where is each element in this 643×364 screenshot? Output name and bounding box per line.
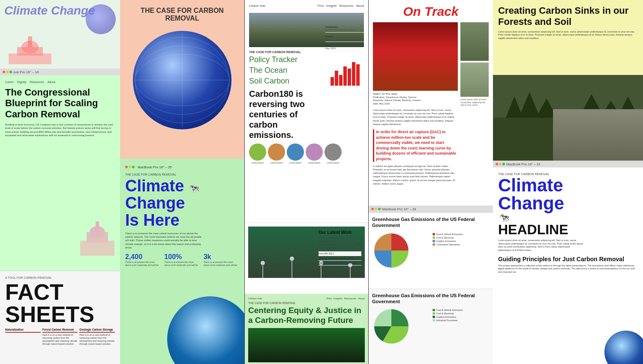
table-row-2[interactable]: Shipping Direct Air Capture Hubs bbox=[318, 256, 361, 261]
legend-dot-g4 bbox=[433, 319, 435, 322]
macbook-25-label: MacBook Pro 16" – 25 bbox=[138, 165, 172, 169]
nav-links: Print Insights Resources About bbox=[318, 4, 364, 7]
legend-dot-g2 bbox=[433, 312, 435, 315]
on-track-image bbox=[373, 22, 458, 91]
congressional-card: Lorem Dignity Resources About The Congre… bbox=[0, 75, 120, 271]
legend-label-2: Fuel & Electricity bbox=[436, 236, 454, 239]
turbine-pole-4 bbox=[350, 267, 351, 278]
minimize-dot bbox=[6, 71, 9, 73]
bar-1 bbox=[331, 77, 334, 86]
turbine-pole-2 bbox=[291, 261, 292, 278]
legend-g-4: Industrial Processes bbox=[433, 319, 490, 322]
latest-work-sidebar: Our Latest Work We are passionate carbon… bbox=[318, 230, 361, 266]
centering-title: Centering Equity & Justice in a Carbon-R… bbox=[248, 306, 365, 325]
legend-3: Fugitive Emissions bbox=[433, 240, 490, 242]
guiding-title: Guiding Principles for Just Carbon Remov… bbox=[498, 256, 638, 263]
table-row-1[interactable]: Form Bill 2021 bbox=[318, 251, 361, 256]
centering-sublabel: THE CASE FOR CARBON REMOVAL bbox=[248, 301, 365, 304]
cn-resources[interactable]: Resources bbox=[344, 297, 357, 300]
climate-bottom-layout: THE CASE FOR CARBON REMOVAL ClimateChang… bbox=[498, 173, 638, 274]
circle-img-4 bbox=[306, 143, 323, 161]
table-row-3[interactable]: Just and Equitable Carbon Removal bbox=[318, 261, 361, 266]
svg-rect-7 bbox=[96, 221, 99, 232]
equitable-label: Just and Equitable Carbon Removal bbox=[318, 262, 356, 264]
creating-title: Creating Carbon Sinks in our Forests and… bbox=[498, 5, 638, 28]
fact-sheet-3-body: Here it is on a new method of removing c… bbox=[79, 334, 115, 346]
cn-about[interactable]: About bbox=[358, 297, 365, 300]
nav-item-dignity[interactable]: Dignity bbox=[17, 81, 26, 84]
guiding-body: The project approaches a collective onli… bbox=[498, 264, 638, 274]
sidebar-date-value: May 2020 bbox=[325, 47, 364, 50]
circle-img-3 bbox=[287, 143, 304, 161]
climate-change-green-card: MacBook Pro 16" – 25 THE CASE FOR CARBON… bbox=[120, 158, 244, 364]
divider-2 bbox=[42, 332, 78, 333]
turbine-pole-3 bbox=[321, 265, 322, 278]
publication-label: Publication: Greenhouse Stories, Science bbox=[373, 96, 458, 99]
creating-body: Lorem ipsum dolor sit amet, consectetur … bbox=[498, 30, 638, 40]
stat-3-desc: There is at present the most about such … bbox=[204, 261, 239, 267]
column-1: Climate Change ook Pro 16" – 18 Lorem Di… bbox=[0, 0, 120, 364]
carbon180-headline: Carbon180 is reversing two centuries of … bbox=[249, 89, 322, 140]
chart-bar-red bbox=[331, 60, 365, 86]
circle-img-2 bbox=[268, 143, 285, 161]
greenhouse-title-1: Greenhouse Gas Emissions of the US Feder… bbox=[372, 216, 490, 229]
legend-2: Fuel & Electricity bbox=[433, 236, 490, 239]
capitol-green-icon bbox=[78, 219, 117, 258]
circle-4: Lorem ipsum bbox=[306, 143, 323, 164]
fact-sheets-title: FACT SHEETS bbox=[5, 281, 115, 325]
window-controls-25 bbox=[125, 166, 135, 168]
nav-insights[interactable]: Insights bbox=[326, 4, 337, 7]
exp-dot-25 bbox=[132, 166, 135, 168]
macbook-23-label: MacBook Pro 16" – 23 bbox=[382, 207, 416, 211]
macbook-bar-25: MacBook Pro 16" – 25 bbox=[125, 164, 239, 170]
nav-item-about[interactable]: About bbox=[48, 81, 55, 84]
nav-item-resources[interactable]: Resources bbox=[30, 81, 44, 84]
legend-g-1: Fuel & Vehicle Emissions bbox=[433, 309, 490, 311]
stat-1: 2,400 There is at present the most about… bbox=[125, 253, 161, 267]
expand-dot bbox=[9, 71, 12, 73]
pie-chart-1 bbox=[372, 231, 411, 270]
cn-insights[interactable]: Insights bbox=[334, 297, 343, 300]
policy-tracker-card: Carbon Hub Print Insights Resources Abou… bbox=[245, 0, 368, 223]
sidebar-attr-value: Greenhouse Stories, Science bbox=[325, 28, 364, 31]
greenhouse-row-2: Fuel & Vehicle Emissions Fuel & Electric… bbox=[372, 307, 490, 347]
legend-dot-4 bbox=[433, 243, 435, 246]
macbook-bar-23: MacBook Pro 16" – 23 bbox=[369, 206, 493, 212]
climate-change-top-card: Climate Change bbox=[0, 0, 120, 69]
svg-rect-3 bbox=[28, 36, 32, 47]
globe-bottom-green bbox=[167, 296, 244, 364]
circle-2: Lorem ipsum bbox=[268, 143, 285, 164]
nav-bar: Lorem Dignity Resources About bbox=[5, 81, 115, 84]
greenhouse-title-2: Greenhouse Gas Emissions of the US Feder… bbox=[372, 292, 490, 305]
cow-icon: 🐄 bbox=[189, 184, 199, 193]
bar-2 bbox=[335, 71, 338, 86]
centering-card: Carbon Hub Print Insights Resources Abou… bbox=[245, 294, 368, 364]
macbook-label: ook Pro 16" – 18 bbox=[13, 70, 39, 74]
cows-overlay bbox=[553, 109, 643, 161]
policy-logo: Carbon Hub bbox=[249, 4, 265, 7]
policy-sidebar: Attribution Greenhouse Stories, Science … bbox=[325, 26, 364, 54]
nav-print[interactable]: Print bbox=[318, 4, 324, 7]
cn-print[interactable]: Print bbox=[327, 297, 332, 300]
column-2: THE CASE FOR CARBON REMOVAL MacBook Pro … bbox=[120, 0, 244, 364]
highlight-text: In order for direct air capture (DAC) to… bbox=[373, 129, 458, 162]
greenhouse-row-1: Fuel & Vehicle Emissions Fuel & Electric… bbox=[372, 231, 490, 272]
pie-chart-2 bbox=[372, 307, 411, 346]
stat-1-desc: There is at present the most about such … bbox=[125, 261, 161, 267]
on-track-side-col: Lorem ipsum dolor sit amet consectetur a… bbox=[460, 22, 489, 185]
climate-change-bottom-card: THE CASE FOR CARBON REMOVAL ClimateChang… bbox=[493, 167, 643, 364]
region-label: Region: EU Plus Japan bbox=[373, 92, 458, 96]
nav-resources[interactable]: Resources bbox=[339, 4, 353, 7]
globe-bottom-right bbox=[604, 331, 643, 364]
nav-item-lorem[interactable]: Lorem bbox=[5, 81, 14, 84]
window-controls bbox=[3, 71, 12, 73]
circles-row: Lorem ipsum Lorem ipsum Lorem ipsum Lore… bbox=[249, 143, 364, 164]
legend-4: Contracted Operations bbox=[433, 243, 490, 246]
sidebar-topics: Topics Natural Climate Solutions, Forest… bbox=[325, 35, 364, 42]
min-dot-25 bbox=[129, 166, 131, 168]
legend-label-4: Contracted Operations bbox=[436, 243, 460, 246]
legend-dot-3 bbox=[433, 240, 435, 242]
side-landscape-img bbox=[460, 22, 489, 61]
turbine-1 bbox=[261, 261, 265, 278]
nav-about[interactable]: About bbox=[356, 4, 364, 7]
